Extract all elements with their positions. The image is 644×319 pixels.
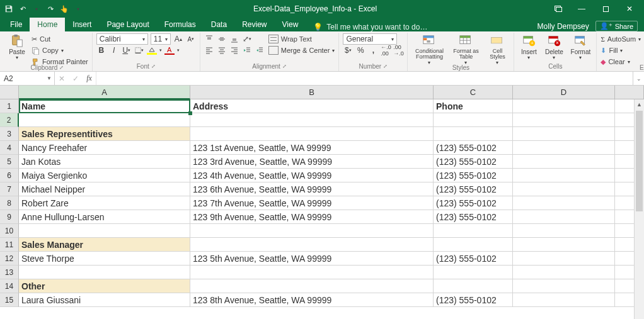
row-header[interactable]: 15 <box>0 293 19 307</box>
font-size-dropdown[interactable]: 11▾ <box>151 33 171 45</box>
cell[interactable] <box>513 127 615 141</box>
cell[interactable] <box>513 169 615 182</box>
name-box[interactable]: A2 ▼ <box>0 72 55 85</box>
autosum-button[interactable]: Σ AutoSum ▾ <box>601 34 641 44</box>
tab-file[interactable]: File <box>3 18 30 31</box>
align-middle-icon[interactable] <box>217 34 227 44</box>
decrease-font-icon[interactable]: A▾ <box>186 34 196 44</box>
cell[interactable] <box>190 266 434 279</box>
cell[interactable]: 123 4th Avenue, Seattle, WA 99999 <box>190 169 434 182</box>
border-button[interactable]: ▾ <box>134 45 144 55</box>
wrap-text-button[interactable]: Wrap Text <box>268 34 335 44</box>
cell[interactable]: Maiya Sergienko <box>19 169 190 182</box>
cell[interactable]: Robert Zare <box>19 196 190 210</box>
row-header[interactable]: 11 <box>0 238 19 252</box>
italic-button[interactable]: I <box>109 45 119 55</box>
underline-button[interactable]: U▾ <box>122 45 132 55</box>
name-box-dropdown-icon[interactable]: ▼ <box>47 76 52 81</box>
qat-customize-icon[interactable]: ▾ <box>73 4 83 14</box>
cell[interactable]: Name <box>19 99 190 113</box>
row-header[interactable]: 6 <box>0 169 19 182</box>
cell[interactable] <box>434 238 513 252</box>
row-header[interactable]: 10 <box>0 224 19 238</box>
cell[interactable]: 123 3rd Avenue, Seattle, WA 99999 <box>190 155 434 169</box>
column-header[interactable]: A <box>19 86 190 99</box>
number-format-dropdown[interactable]: General▾ <box>343 33 397 45</box>
orientation-icon[interactable]: ⤢▾ <box>242 34 252 44</box>
align-center-icon[interactable] <box>217 45 227 55</box>
cell[interactable] <box>190 127 434 141</box>
tell-me-search[interactable]: 💡 Tell me what you want to do… <box>306 23 537 31</box>
cell[interactable] <box>190 279 434 293</box>
decrease-indent-icon[interactable] <box>242 45 252 55</box>
cut-button[interactable]: ✂ Cut <box>32 34 88 44</box>
cell[interactable] <box>434 113 513 127</box>
cell[interactable] <box>513 155 615 169</box>
enter-formula-icon[interactable]: ✓ <box>69 72 83 85</box>
formula-input[interactable] <box>96 72 633 85</box>
cell[interactable]: 123 5th Avenue, Seattle, WA 99999 <box>190 252 434 266</box>
column-header[interactable]: B <box>190 86 434 99</box>
spreadsheet-grid[interactable]: ABCD1NameAddressPhone23Sales Representit… <box>0 86 644 319</box>
close-button[interactable]: ✕ <box>619 2 640 16</box>
scroll-up-icon[interactable]: ▲ <box>635 99 644 109</box>
cell[interactable]: (123) 555-0102 <box>434 210 513 224</box>
cancel-formula-icon[interactable]: ✕ <box>55 72 69 85</box>
tab-review[interactable]: Review <box>234 18 274 31</box>
increase-decimal-icon[interactable]: ←.0.00 <box>381 45 391 55</box>
row-header[interactable]: 12 <box>0 252 19 266</box>
format-as-table-button[interactable]: Format as Table▾ <box>451 34 481 66</box>
cell[interactable] <box>513 238 615 252</box>
cell[interactable]: Sales Manager <box>19 238 190 252</box>
row-header[interactable]: 2 <box>0 113 19 127</box>
accounting-format-icon[interactable]: $▾ <box>343 45 353 55</box>
undo-dropdown-icon[interactable]: ▾ <box>32 4 42 14</box>
conditional-formatting-button[interactable]: Conditional Formatting▾ <box>411 34 447 66</box>
format-cell-button[interactable]: Format▾ <box>568 34 592 61</box>
cell[interactable]: 123 8th Avenue, Seattle, WA 99999 <box>190 293 434 307</box>
cell[interactable]: (123) 555-0102 <box>434 196 513 210</box>
tab-insert[interactable]: Insert <box>65 18 99 31</box>
row-header[interactable]: 13 <box>0 266 19 279</box>
cell[interactable] <box>513 224 615 238</box>
paste-button[interactable]: Paste ▾ <box>6 34 28 61</box>
increase-indent-icon[interactable] <box>255 45 265 55</box>
row-header[interactable]: 7 <box>0 182 19 196</box>
cell[interactable]: Phone <box>434 99 513 113</box>
font-launcher-icon[interactable]: ⤢ <box>151 64 156 69</box>
align-bottom-icon[interactable] <box>229 34 239 44</box>
cell[interactable]: 123 6th Avenue, Seattle, WA 99999 <box>190 182 434 196</box>
vertical-scrollbar[interactable]: ▲ <box>634 99 644 319</box>
row-header[interactable]: 3 <box>0 127 19 141</box>
cell[interactable] <box>19 266 190 279</box>
cell[interactable] <box>434 266 513 279</box>
align-top-icon[interactable] <box>204 34 214 44</box>
column-header[interactable]: D <box>513 86 615 99</box>
cell[interactable]: (123) 555-0102 <box>434 155 513 169</box>
clipboard-launcher-icon[interactable]: ⤢ <box>59 65 64 70</box>
tab-page-layout[interactable]: Page Layout <box>99 18 156 31</box>
cell[interactable]: Steve Thorpe <box>19 252 190 266</box>
number-launcher-icon[interactable]: ⤢ <box>383 64 388 69</box>
cell[interactable]: 123 1st Avenue, Seattle, WA 99999 <box>190 141 434 155</box>
fill-handle[interactable] <box>188 111 192 115</box>
row-header[interactable]: 5 <box>0 155 19 169</box>
cell[interactable] <box>190 113 434 127</box>
user-name[interactable]: Molly Dempsey <box>538 22 589 31</box>
cell[interactable] <box>513 279 615 293</box>
cell[interactable]: Michael Neipper <box>19 182 190 196</box>
cell[interactable]: (123) 555-0102 <box>434 141 513 155</box>
row-header[interactable]: 4 <box>0 141 19 155</box>
cell[interactable]: (123) 555-0102 <box>434 182 513 196</box>
increase-font-icon[interactable]: A▴ <box>173 34 183 44</box>
cell-styles-button[interactable]: Cell Styles▾ <box>485 34 510 66</box>
bold-button[interactable]: B <box>96 45 106 55</box>
tab-formulas[interactable]: Formulas <box>157 18 204 31</box>
cell[interactable] <box>19 113 190 127</box>
cell[interactable]: Anne Hullung-Larsen <box>19 210 190 224</box>
cell[interactable] <box>190 238 434 252</box>
cell[interactable]: Other <box>19 279 190 293</box>
cell[interactable]: Laura Giussani <box>19 293 190 307</box>
cell[interactable] <box>513 266 615 279</box>
cell[interactable]: (123) 555-0102 <box>434 293 513 307</box>
